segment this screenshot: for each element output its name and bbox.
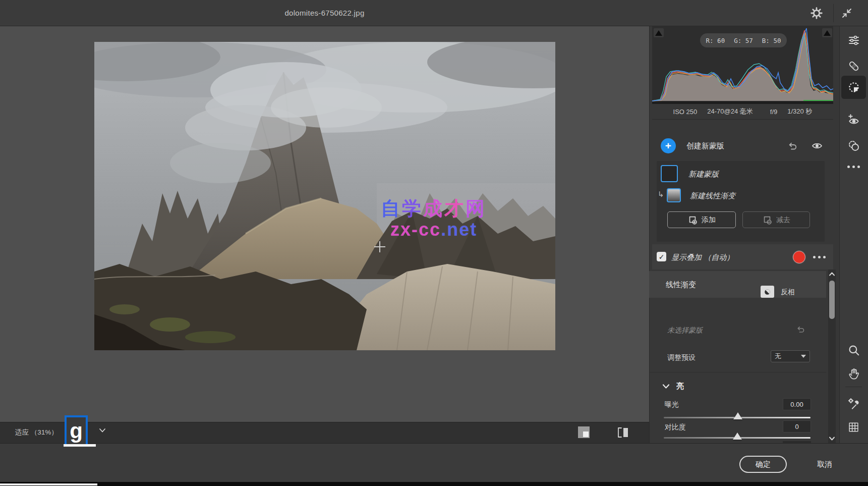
watermark-char: 成 <box>423 198 444 219</box>
masking-tool-active[interactable] <box>841 76 866 99</box>
color-sampler-icon[interactable] <box>845 395 862 412</box>
adjust-preset-label: 调整预设 <box>667 353 696 362</box>
child-arrow-icon: ↳ <box>658 190 664 199</box>
exif-lens: 24-70@24 毫米 <box>707 107 753 116</box>
overlay-options-dots-icon[interactable] <box>813 256 826 258</box>
b-value: B: 50 <box>762 37 781 44</box>
plus-glyph: + <box>665 140 671 152</box>
watermark-char: 学 <box>402 198 423 219</box>
new-mask-thumbnail[interactable] <box>661 165 678 182</box>
exposure-value-input[interactable]: 0.00 <box>783 398 811 410</box>
g-watermark-badge: g <box>65 415 88 446</box>
video-progress-bar[interactable] <box>0 483 97 485</box>
no-mask-selected-label: 未选择蒙版 <box>667 326 703 335</box>
exif-shutter: 1/320 秒 <box>787 107 812 116</box>
add-shape-icon <box>687 215 698 225</box>
settings-gear-icon[interactable] <box>808 5 825 22</box>
watermark-char: 才 <box>444 198 466 219</box>
new-linear-gradient-item[interactable]: 新建线性渐变 <box>690 191 735 201</box>
cancel-button[interactable]: 取消 <box>808 456 841 473</box>
show-overlay-label: 显示叠加 （自动） <box>671 253 734 262</box>
r-value: R: 60 <box>706 37 725 44</box>
section-divider <box>649 372 826 372</box>
contrast-label: 对比度 <box>665 423 686 432</box>
mask-options-box <box>657 161 825 242</box>
add-mask-button[interactable]: 添加 <box>667 211 736 228</box>
scroll-down-button[interactable] <box>829 436 835 441</box>
window-title: dolomites-6750622.jpg <box>0 0 649 26</box>
section-chevron-down-icon[interactable] <box>662 384 670 389</box>
subtract-shape-icon <box>762 215 772 225</box>
mask-visibility-eye-icon[interactable] <box>811 140 823 151</box>
g-badge-underline <box>64 444 96 447</box>
site-watermark-url: zx-cc.net <box>303 219 565 240</box>
watermark-char: 网 <box>466 198 487 219</box>
site-watermark-text: 自学成才网 <box>303 196 565 222</box>
presets-icon[interactable] <box>845 137 862 154</box>
dialog-button-bar <box>0 443 868 482</box>
reset-adjustments-icon[interactable] <box>795 324 806 335</box>
scroll-up-button[interactable] <box>829 272 835 277</box>
preset-value: 无 <box>775 352 781 361</box>
tool-divider <box>845 387 862 387</box>
exif-info: ISO 250 24-70@24 毫米 f/9 1/320 秒 <box>652 104 833 120</box>
ok-button[interactable]: 确定 <box>739 456 787 473</box>
highlight-clipping-indicator[interactable] <box>822 28 832 37</box>
create-mask-plus-icon[interactable]: + <box>661 138 676 153</box>
contrast-value-input[interactable]: 0 <box>783 420 811 433</box>
masking-icon <box>847 81 860 94</box>
exposure-label: 曝光 <box>665 400 679 409</box>
subtract-label: 减去 <box>776 215 790 225</box>
exif-aperture: f/9 <box>770 108 777 116</box>
add-label: 添加 <box>702 215 716 225</box>
show-overlay-checkbox[interactable]: ✓ <box>657 252 666 261</box>
new-mask-item[interactable]: 新建蒙版 <box>688 170 719 179</box>
gradient-title: 线性渐变 <box>666 280 696 290</box>
dropdown-chevron-icon <box>801 355 806 358</box>
red-eye-icon[interactable] <box>845 111 862 128</box>
before-after-view-icon[interactable] <box>616 426 629 439</box>
topbar-divider <box>833 4 834 22</box>
create-new-mask-button[interactable]: 创建新蒙版 <box>686 141 724 151</box>
reset-mask-icon[interactable] <box>787 140 799 152</box>
exposure-slider-thumb[interactable] <box>733 412 742 419</box>
camera-raw-window: dolomites-6750622.jpg <box>0 0 868 486</box>
zoom-dropdown-chevron-icon[interactable] <box>99 428 106 433</box>
shadow-clipping-indicator[interactable] <box>654 28 664 37</box>
light-section-header[interactable]: 亮 <box>676 382 684 391</box>
g-value: G: 57 <box>734 37 753 44</box>
invert-icon <box>763 288 772 296</box>
video-letterbox <box>0 482 868 486</box>
linear-gradient-thumbnail[interactable] <box>667 188 681 202</box>
invert-mask-button[interactable] <box>761 286 774 298</box>
contrast-slider-thumb[interactable] <box>733 433 742 440</box>
watermark-url-part: zx-cc <box>390 219 441 240</box>
collapse-window-icon[interactable] <box>838 5 855 22</box>
preview-toggle-icon[interactable] <box>578 426 590 438</box>
checkmark-glyph: ✓ <box>659 253 665 261</box>
more-options-dots-icon[interactable] <box>845 158 862 175</box>
watermark-url-part: .net <box>441 219 477 240</box>
watermark-char: 自 <box>381 198 402 219</box>
exif-iso: ISO 250 <box>673 108 698 116</box>
grid-overlay-icon[interactable] <box>845 419 862 436</box>
canvas-footer-strip <box>0 422 649 443</box>
g-letter: g <box>70 421 83 441</box>
rgb-readout: R: 60 G: 57 B: 50 <box>700 33 787 47</box>
invert-label[interactable]: 反相 <box>781 288 795 297</box>
subtract-mask-button[interactable]: 减去 <box>742 211 810 228</box>
zoom-tool-icon[interactable] <box>845 342 862 358</box>
panel-scrollbar-thumb[interactable] <box>829 281 835 319</box>
healing-bandaid-icon[interactable] <box>845 58 862 74</box>
hand-tool-icon[interactable] <box>845 365 862 382</box>
overlay-color-swatch[interactable] <box>793 251 805 263</box>
edit-sliders-icon[interactable] <box>845 32 862 48</box>
crosshair-cursor <box>374 241 385 252</box>
zoom-level-label[interactable]: 适应 （31%） <box>15 422 58 443</box>
preset-dropdown[interactable]: 无 <box>771 350 810 362</box>
